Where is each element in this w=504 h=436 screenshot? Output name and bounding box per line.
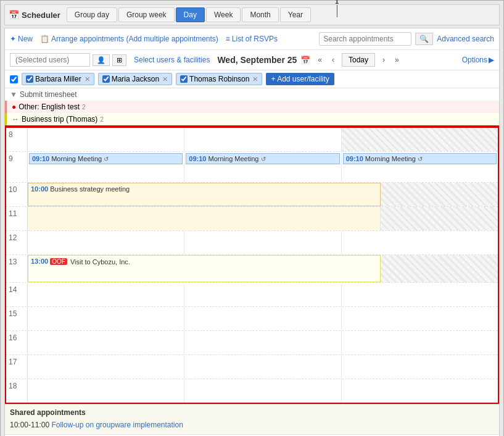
event-time: 09:10 [189, 155, 206, 162]
cell-9-maria: 09:10 Morning Meeting ↺ [184, 152, 341, 182]
shared-event-link[interactable]: Follow-up on groupware implementation [51, 421, 183, 429]
cell-18-thomas [342, 379, 498, 403]
user-tag-maria[interactable]: Maria Jackson ✕ [98, 73, 172, 85]
check-all[interactable] [10, 75, 18, 83]
event-time: 09:10 [346, 155, 363, 162]
visit-cybozu-event[interactable]: 13:00 OOF Visit to Cybozu, Inc. [28, 256, 380, 267]
search-input[interactable] [319, 32, 411, 46]
user-tag-thomas[interactable]: Thomas Robinson ✕ [176, 73, 262, 85]
date-picker-icon[interactable]: 📅 [300, 56, 310, 65]
event-title: Morning Meeting [51, 155, 102, 162]
event-title: Morning Meeting [209, 155, 259, 162]
cell-8-maria [184, 128, 341, 151]
thomas-close-icon[interactable]: ✕ [252, 75, 258, 83]
thomas-checkbox[interactable] [180, 75, 188, 83]
cell-12-maria [184, 231, 341, 254]
user-icon-button[interactable]: 👤 [93, 54, 110, 66]
hour-row-16: 16 [6, 331, 498, 355]
scheduler-title: Scheduler [22, 10, 60, 20]
user-selector-input[interactable] [10, 53, 90, 67]
tab-month[interactable]: Month [242, 7, 278, 22]
grid-icon-button[interactable]: ⊞ [112, 54, 126, 66]
maria-checkbox[interactable] [102, 75, 110, 83]
cell-8-thomas [342, 128, 498, 151]
tab-group-week[interactable]: Group week [118, 7, 175, 22]
user-tag-barbara[interactable]: Barbara Miller ✕ [22, 73, 94, 85]
barbara-checkbox[interactable] [26, 75, 33, 83]
hour-row-15: 15 [6, 307, 498, 331]
prev-prev-button[interactable]: « [315, 54, 324, 65]
next-button[interactable]: › [380, 54, 387, 65]
hour-row-13: 13 13:00 OOF Visit to Cybozu, Inc. [6, 255, 498, 283]
search-area: 🔍 Advanced search [319, 32, 494, 46]
business-trip-row[interactable]: ↔ Business trip (Thomas) 2 4 [5, 113, 499, 125]
cell-17-thomas [342, 355, 498, 379]
submit-timesheet-label: Submit timesheet [20, 90, 77, 99]
hour-cells-8 [28, 128, 498, 151]
morning-meeting-barbara[interactable]: 09:10 Morning Meeting ↺ [29, 153, 183, 164]
next-next-button[interactable]: » [392, 54, 402, 65]
tab-group-day[interactable]: Group day [67, 7, 117, 22]
hour-row-10: 10 10:00 Business strategy meeting [6, 183, 498, 207]
hour-label-16: 16 [6, 331, 28, 354]
tab-day[interactable]: Day [176, 7, 205, 22]
barbara-close-icon[interactable]: ✕ [85, 75, 90, 83]
select-facilities-link[interactable]: Select users & facilities [134, 56, 210, 64]
arrange-appointments-button[interactable]: 📋 Arrange appointments (Add multiple app… [40, 35, 218, 43]
cell-18-maria [184, 379, 341, 403]
hour-cells-12 [28, 231, 498, 254]
shared-event-row: 10:00-11:00 Follow-up on groupware imple… [10, 419, 494, 430]
submit-timesheet-row[interactable]: ▼ Submit timesheet [5, 88, 499, 101]
options-button[interactable]: Options ▶ [462, 56, 494, 64]
top-navigation: 📅 Scheduler Group day Group week Day Wee… [4, 4, 500, 25]
cell-15-maria [184, 307, 341, 330]
cell-18-barbara [28, 379, 184, 403]
repeat-icon: ↺ [418, 156, 423, 162]
business-strategy-meeting[interactable]: 10:00 Business strategy meeting [28, 183, 380, 195]
other-event-row[interactable]: ● Other: English test 2 3 [5, 101, 499, 113]
hour-cells-9: 09:10 Morning Meeting ↺ 09:10 Morning Me… [28, 152, 498, 182]
other-event-num: 2 [82, 104, 86, 111]
tab-year[interactable]: Year [280, 7, 311, 22]
check-all-checkbox[interactable] [10, 75, 18, 83]
hour-row-18: 18 [6, 379, 498, 403]
repeat-icon: ↺ [104, 156, 109, 162]
maria-name: Maria Jackson [112, 75, 159, 83]
hour-row-11: 11 [6, 207, 498, 231]
other-event-label: Other: English test [19, 103, 80, 111]
schedule-grid: 5 8 9 09:10 Morning Meetin [5, 127, 499, 404]
hour-label-14: 14 [6, 283, 28, 306]
advanced-search-link[interactable]: Advanced search [437, 35, 494, 43]
cell-16-maria [184, 331, 341, 354]
morning-meeting-thomas[interactable]: 09:10 Morning Meeting ↺ [343, 153, 497, 164]
search-button[interactable]: 🔍 [415, 33, 433, 45]
new-button[interactable]: ✦ New [10, 35, 33, 43]
hour-cells-11 [28, 207, 498, 230]
hour-row-12: 12 [6, 231, 498, 255]
cell-9-barbara: 09:10 Morning Meeting ↺ [28, 152, 184, 182]
cell-14-maria [184, 283, 341, 306]
list-rsvps-button[interactable]: ≡ List of RSVPs [226, 35, 278, 43]
morning-meeting-maria[interactable]: 09:10 Morning Meeting ↺ [186, 153, 339, 164]
hour-cells-13: 13:00 OOF Visit to Cybozu, Inc. [28, 255, 498, 282]
tab-week[interactable]: Week [206, 7, 241, 22]
bullet-icon: ● [12, 103, 16, 111]
arrow-right-icon: ▶ [489, 56, 494, 64]
barbara-name: Barbara Miller [35, 75, 81, 83]
prev-button[interactable]: ‹ [329, 54, 337, 65]
cell-13-blocked [381, 255, 498, 282]
hour-cells-17 [28, 355, 498, 379]
maria-close-icon[interactable]: ✕ [162, 75, 168, 83]
today-button[interactable]: Today [342, 53, 375, 67]
date-navigation: 👤 ⊞ Select users & facilities Wed, Septe… [5, 50, 499, 70]
event-time: 09:10 [32, 155, 49, 162]
add-user-button[interactable]: + Add user/facility [266, 73, 334, 85]
cell-10-barbara: 10:00 Business strategy meeting [28, 183, 381, 206]
hour-label-9: 9 [6, 152, 28, 182]
date-display: Wed, September 25 📅 [217, 55, 310, 65]
arrange-icon: 📋 [40, 35, 49, 43]
business-trip-label: Business trip (Thomas) [22, 115, 97, 124]
cell-11-col1 [28, 207, 381, 230]
cell-15-thomas [342, 307, 498, 330]
cell-9-thomas: 09:10 Morning Meeting ↺ [342, 152, 498, 182]
